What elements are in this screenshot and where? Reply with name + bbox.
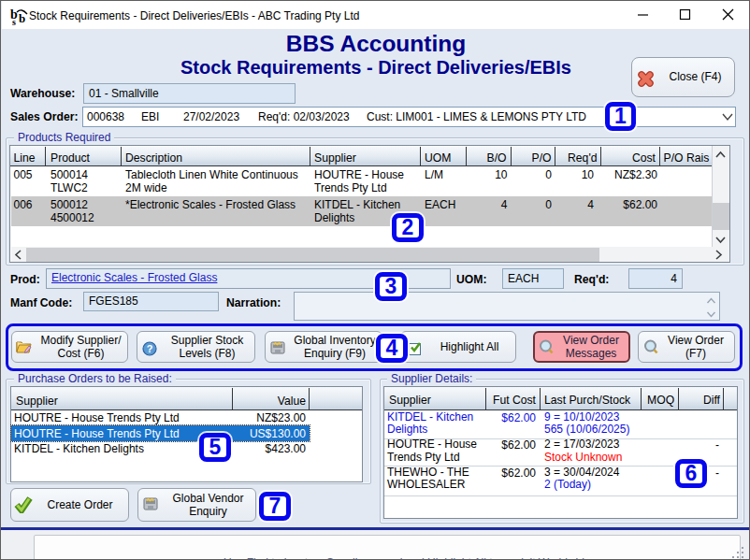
svg-text:?: ? xyxy=(147,343,153,354)
svg-text:s: s xyxy=(12,17,16,26)
svg-text:b: b xyxy=(19,11,25,25)
